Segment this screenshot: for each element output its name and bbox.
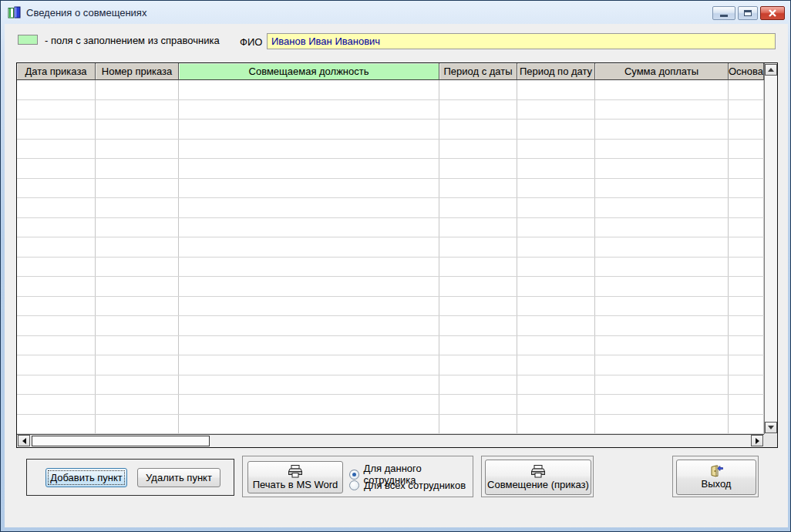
grid-cell[interactable] [96,179,179,198]
grid-cell[interactable] [595,179,729,198]
grid-cell[interactable] [96,80,179,99]
grid-cell[interactable] [517,80,595,99]
grid-cell[interactable] [17,159,96,178]
grid-cell[interactable] [439,395,517,414]
close-button[interactable] [760,6,785,20]
grid-cell[interactable] [96,198,179,217]
grid-cell[interactable] [439,336,517,355]
grid-cell[interactable] [17,277,96,296]
grid-cell[interactable] [595,140,729,159]
grid-column-header[interactable]: Период с даты [439,63,517,80]
grid-cell[interactable] [96,159,179,178]
grid-cell[interactable] [595,198,729,217]
grid-cell[interactable] [439,100,517,120]
grid-cell[interactable] [179,100,439,120]
grid-cell[interactable] [439,355,517,375]
grid-cell[interactable] [517,198,595,217]
grid-column-header[interactable]: Основа [729,63,764,80]
grid-cell[interactable] [17,237,96,257]
grid-cell[interactable] [595,336,729,355]
grid-cell[interactable] [595,415,729,434]
grid-cell[interactable] [96,100,179,120]
grid-cell[interactable] [517,415,595,434]
scroll-down-button[interactable] [765,422,777,433]
grid-cell[interactable] [179,395,439,414]
grid-cell[interactable] [179,375,439,395]
grid-cell[interactable] [729,355,764,375]
grid-cell[interactable] [96,375,179,395]
grid-row[interactable] [17,355,764,375]
grid-cell[interactable] [96,355,179,375]
grid-cell[interactable] [729,120,764,139]
grid-cell[interactable] [17,415,96,434]
grid-cell[interactable] [96,237,179,257]
add-item-button[interactable]: Добавить пункт [45,468,127,487]
grid-cell[interactable] [517,355,595,375]
grid-cell[interactable] [517,297,595,316]
grid-cell[interactable] [729,395,764,414]
grid-cell[interactable] [17,198,96,217]
grid-cell[interactable] [517,218,595,237]
grid-cell[interactable] [517,277,595,296]
grid-cell[interactable] [729,80,764,99]
grid-row[interactable] [17,375,764,396]
grid-cell[interactable] [595,159,729,178]
grid-cell[interactable] [96,277,179,296]
grid-cell[interactable] [96,316,179,335]
grid-cell[interactable] [729,316,764,335]
grid-column-header[interactable]: Сумма доплаты [595,63,729,80]
grid-cell[interactable] [517,100,595,120]
grid-row[interactable] [17,179,764,199]
grid-column-header[interactable]: Дата приказа [17,63,96,80]
grid-cell[interactable] [595,80,729,99]
grid-cell[interactable] [439,297,517,316]
grid-row[interactable] [17,395,764,415]
grid-row[interactable] [17,297,764,317]
grid-cell[interactable] [517,159,595,178]
grid-cell[interactable] [17,258,96,277]
grid-cell[interactable] [595,218,729,237]
grid-cell[interactable] [439,415,517,434]
grid-cell[interactable] [595,297,729,316]
grid-cell[interactable] [595,375,729,395]
grid-cell[interactable] [179,198,439,217]
combination-order-button[interactable]: Совмещение (приказ) [485,460,591,495]
grid-cell[interactable] [179,258,439,277]
grid-row[interactable] [17,218,764,238]
grid-row[interactable] [17,100,764,120]
grid-cell[interactable] [179,140,439,159]
grid-row[interactable] [17,415,764,435]
grid-cell[interactable] [179,277,439,296]
maximize-button[interactable] [738,6,758,20]
grid-cell[interactable] [595,395,729,414]
grid-cell[interactable] [517,237,595,257]
grid-cell[interactable] [595,258,729,277]
grid-cell[interactable] [96,415,179,434]
grid-cell[interactable] [96,120,179,139]
grid-cell[interactable] [439,179,517,198]
grid-cell[interactable] [439,237,517,257]
grid-cell[interactable] [729,100,764,120]
grid-row[interactable] [17,120,764,140]
grid-cell[interactable] [439,316,517,335]
grid-column-header[interactable]: Совмещаемая должность [179,63,439,80]
grid-cell[interactable] [179,159,439,178]
grid-cell[interactable] [439,375,517,395]
grid-cell[interactable] [517,375,595,395]
grid-cell[interactable] [439,258,517,277]
grid-cell[interactable] [439,159,517,178]
grid-cell[interactable] [517,316,595,335]
horizontal-scrollbar-thumb[interactable] [32,436,210,446]
grid-cell[interactable] [439,140,517,159]
grid-row[interactable] [17,80,764,100]
grid-cell[interactable] [179,237,439,257]
grid-cell[interactable] [517,258,595,277]
grid-cell[interactable] [595,100,729,120]
grid-cell[interactable] [595,316,729,335]
grid-cell[interactable] [17,80,96,99]
grid-cell[interactable] [17,375,96,395]
grid-row[interactable] [17,336,764,356]
grid-row[interactable] [17,237,764,258]
grid-row[interactable] [17,140,764,160]
grid-cell[interactable] [179,355,439,375]
